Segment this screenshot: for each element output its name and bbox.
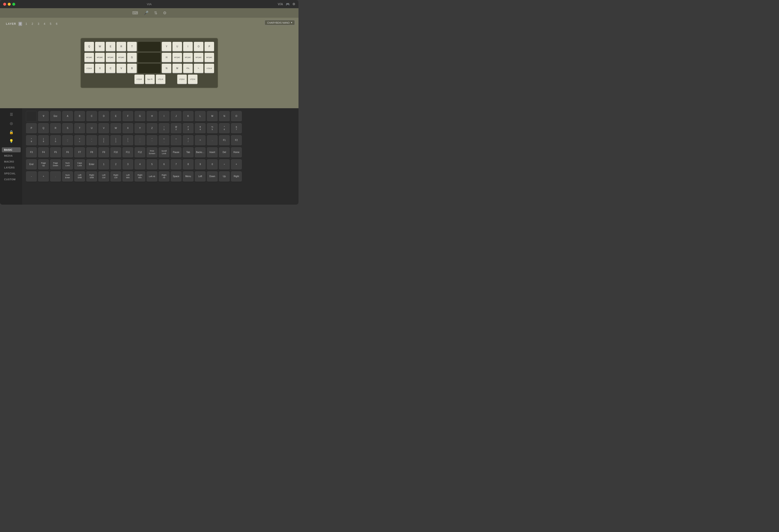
grid-key-space[interactable]: Space [171, 171, 182, 182]
grid-key-n[interactable]: N [219, 111, 230, 122]
grid-key-lt[interactable]: <, [159, 135, 170, 146]
kb-key-x[interactable]: X [95, 64, 105, 73]
grid-key-esc[interactable]: Esc [50, 111, 61, 122]
grid-key-lalt[interactable]: Left Alt [146, 171, 158, 182]
kb-key-period[interactable]: >. [194, 64, 203, 73]
keyboard-selector[interactable]: CHARYBDIS NANO ▾ [264, 20, 295, 25]
usb-nav-icon[interactable]: ⇅ [154, 10, 158, 15]
grid-key-l[interactable]: L [195, 111, 206, 122]
kb-key-lt3[interactable]: LT(3,K [134, 75, 144, 84]
grid-key-hash[interactable]: #3 [183, 123, 194, 134]
grid-key-f4[interactable]: F4 [38, 147, 49, 158]
grid-key-lshift[interactable]: LeftShift [74, 171, 85, 182]
discord-icon[interactable]: 🎮 [286, 2, 290, 6]
grid-key-empty[interactable] [26, 111, 37, 122]
grid-key-f8[interactable]: F8 [86, 147, 97, 158]
grid-key-m[interactable]: M [207, 111, 218, 122]
kb-key-lt5[interactable]: LT(6,K [177, 75, 187, 84]
layer-0[interactable]: 0 [18, 22, 22, 26]
grid-key-caret[interactable]: ^6 [219, 123, 230, 134]
kb-key-mt4[interactable]: MT(MC [117, 53, 126, 62]
list-icon[interactable]: ☰ [8, 111, 14, 118]
kb-key-p[interactable]: P [204, 42, 214, 51]
kb-key-r[interactable]: R [117, 42, 126, 51]
kb-key-w[interactable]: W [95, 42, 105, 51]
grid-key-r[interactable]: R [50, 123, 61, 134]
grid-key-s[interactable]: S [62, 123, 73, 134]
kb-key-lt1[interactable]: LT(4,K [84, 64, 94, 73]
grid-key-f11[interactable]: F11 [122, 147, 133, 158]
grid-key-num4[interactable]: 4 [134, 159, 145, 170]
grid-key-excl[interactable]: !1 [159, 123, 170, 134]
grid-key-num7[interactable]: 7 [171, 159, 182, 170]
grid-key-lwin[interactable]: LeftWin [122, 171, 133, 182]
grid-key-rwin[interactable]: RightWin [134, 171, 145, 182]
maximize-button[interactable] [12, 3, 15, 6]
kb-key-spc[interactable]: Spc Fr [145, 75, 155, 84]
grid-key-pct[interactable]: %5 [207, 123, 218, 134]
grid-key-o[interactable]: O [231, 111, 242, 122]
grid-key-capslk[interactable]: CapsLock [74, 159, 85, 170]
grid-key-rshift[interactable]: RightShift [86, 171, 97, 182]
grid-key-numenter[interactable]: NumEnter [62, 171, 73, 182]
grid-key-num5[interactable]: 5 [146, 159, 158, 170]
sidebar-item-custom[interactable]: CUSTOM [2, 177, 21, 182]
grid-key-gt[interactable]: >. [171, 135, 182, 146]
grid-key-y[interactable]: Y [134, 123, 145, 134]
grid-key-quote[interactable]: "' [146, 135, 158, 146]
kb-key-comma[interactable]: <\n, [183, 64, 193, 73]
grid-key-left[interactable]: Left [195, 171, 206, 182]
sidebar-item-layers[interactable]: LAYERS [2, 165, 21, 170]
grid-key-minus[interactable]: -- [86, 135, 97, 146]
minimize-button[interactable] [8, 3, 11, 6]
grid-key-lparen[interactable]: (9 [38, 135, 49, 146]
layer-1[interactable]: 1 [24, 22, 28, 26]
grid-key-e[interactable]: E [110, 111, 121, 122]
kb-key-o[interactable]: O [194, 42, 203, 51]
grid-key-right[interactable]: Right [231, 171, 242, 182]
grid-key-num0[interactable]: 0 [207, 159, 218, 170]
grid-key-numdot[interactable]: . [50, 171, 61, 182]
grid-key-q[interactable]: Q [38, 123, 49, 134]
grid-key-dollar[interactable]: $4 [195, 123, 206, 134]
grid-key-num3[interactable]: 3 [122, 159, 133, 170]
grid-key-f5[interactable]: F5 [50, 147, 61, 158]
grid-key-f1[interactable]: F1 [219, 135, 230, 146]
grid-key-x[interactable]: X [122, 123, 133, 134]
grid-key-num2[interactable]: 2 [110, 159, 121, 170]
grid-key-plus[interactable]: += [74, 135, 85, 146]
sidebar-item-macro[interactable]: MACRO [2, 159, 21, 164]
kb-key-g[interactable]: G [127, 53, 137, 62]
grid-key-insert[interactable]: Insert [207, 147, 218, 158]
grid-key-i[interactable]: I [159, 111, 170, 122]
grid-key-nummul[interactable]: × [231, 159, 242, 170]
sidebar-item-special[interactable]: SPECIAL [2, 171, 21, 176]
grid-key-numlk[interactable]: NumLock [62, 159, 73, 170]
grid-key-at[interactable]: @2 [171, 123, 182, 134]
grid-key-down[interactable]: Down [207, 171, 218, 182]
grid-key-w[interactable]: W [110, 123, 121, 134]
grid-key-rparen[interactable]: )0 [50, 135, 61, 146]
grid-key-del[interactable]: Del [219, 147, 230, 158]
kb-key-mt2[interactable]: MT(MC [95, 53, 105, 62]
grid-key-scrlk[interactable]: ScrollLock [159, 147, 170, 158]
layer-2[interactable]: 2 [31, 22, 34, 26]
lock-icon[interactable]: 🔒 [8, 129, 15, 136]
grid-key-amp[interactable]: &7 [231, 123, 242, 134]
grid-key-backspace[interactable]: Backs… [195, 147, 206, 158]
grid-key-dot[interactable]: . [207, 135, 218, 146]
kb-key-mt8[interactable]: MT(MC [204, 53, 214, 62]
grid-key-b[interactable]: B [74, 111, 85, 122]
grid-key-tab[interactable]: Tab [183, 147, 194, 158]
kb-key-i[interactable]: I [183, 42, 193, 51]
kb-key-y[interactable]: Y [162, 42, 171, 51]
grid-key-p[interactable]: P [26, 123, 37, 134]
kb-key-b[interactable]: B [127, 64, 137, 73]
kb-key-t[interactable]: T [127, 42, 137, 51]
lightbulb-icon[interactable]: 💡 [8, 138, 15, 145]
kb-key-mt1[interactable]: MT(MC [84, 53, 94, 62]
grid-key-z[interactable]: Z [146, 123, 158, 134]
grid-key-a[interactable]: A [62, 111, 73, 122]
grid-key-num6[interactable]: 6 [159, 159, 170, 170]
grid-key-numminus[interactable]: - [26, 171, 37, 182]
